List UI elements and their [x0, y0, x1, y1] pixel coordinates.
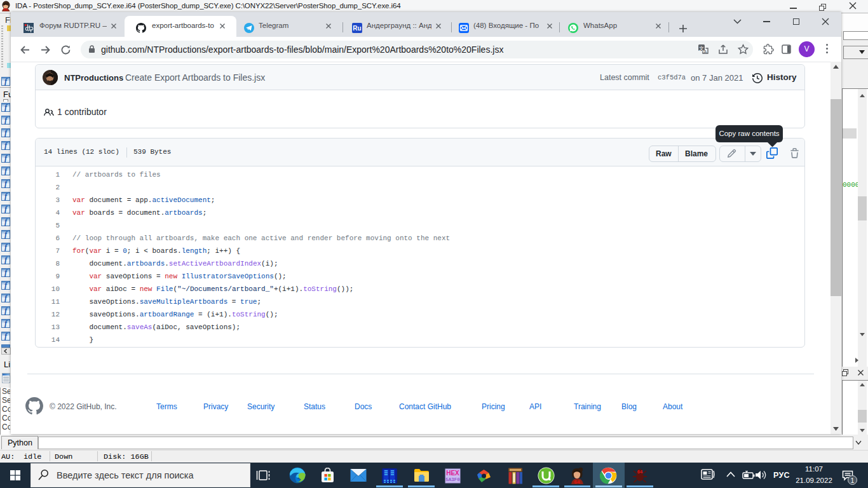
svg-text:HEX: HEX [446, 470, 459, 477]
svg-text:A: A [703, 49, 707, 55]
svg-text:64: 64 [3, 8, 8, 11]
svg-text:64: 64 [637, 469, 643, 475]
svg-text:5A3F0: 5A3F0 [445, 477, 460, 482]
svg-text:64: 64 [574, 479, 580, 485]
svg-text:Ru: Ru [353, 25, 361, 32]
